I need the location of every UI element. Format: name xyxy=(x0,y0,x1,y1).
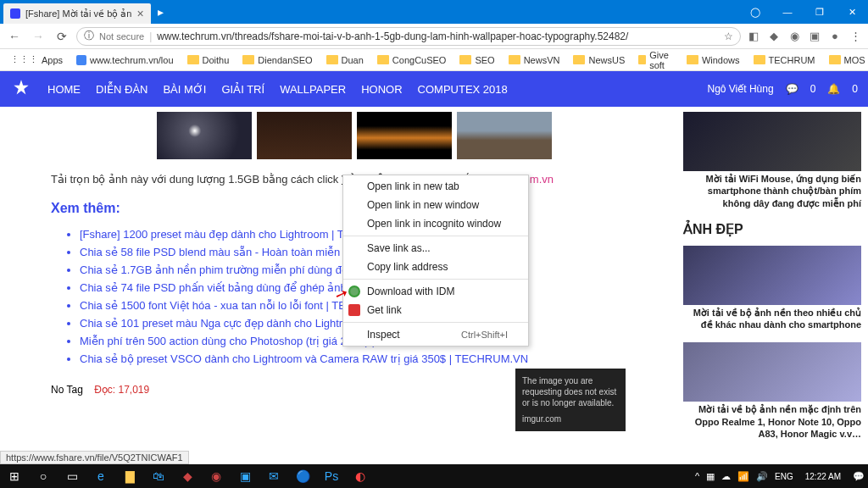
nav-honor[interactable]: HONOR xyxy=(361,83,402,96)
start-button[interactable]: ⊞ xyxy=(0,464,29,488)
ctx-open-incognito[interactable]: Open link in incognito window xyxy=(343,214,528,233)
bookmark-item[interactable]: Duan xyxy=(321,53,369,67)
sidebar-card[interactable]: Mời tải WiFi Mouse, ứng dụng biến smartp… xyxy=(683,112,861,209)
ctx-separator xyxy=(343,279,528,280)
ext-icon-1[interactable]: ◧ xyxy=(746,29,761,44)
window-maximize-button[interactable]: ❐ xyxy=(804,0,836,24)
taskbar-explorer[interactable]: ▇ xyxy=(115,464,144,488)
sidebar-thumb xyxy=(683,246,861,305)
taskbar-store[interactable]: 🛍 xyxy=(144,464,173,488)
taskbar-chrome[interactable]: 🔵 xyxy=(288,464,317,488)
ctx-separator xyxy=(343,236,528,236)
thumbnail-image[interactable] xyxy=(357,112,452,159)
ctx-open-new-tab[interactable]: Open link in new tab xyxy=(343,177,528,196)
profile-icon[interactable]: ◯ xyxy=(739,0,771,24)
ctx-shortcut: Ctrl+Shift+I xyxy=(461,330,508,340)
sidebar-thumb xyxy=(683,112,861,171)
address-bar[interactable]: ⓘ Not secure | ☆ xyxy=(76,27,741,46)
nav-wall[interactable]: WALLPAPER xyxy=(280,83,346,96)
bell-count: 0 xyxy=(852,83,858,95)
nav-computex[interactable]: COMPUTEX 2018 xyxy=(418,83,508,96)
messages-icon[interactable]: 💬 xyxy=(786,83,798,95)
sidebar-card-title: Mời tải về bộ ảnh nền mặc định trên Oppo… xyxy=(683,403,861,440)
ext-icon-4[interactable]: ▣ xyxy=(807,29,822,44)
taskview-button[interactable]: ▭ xyxy=(58,464,86,488)
ctx-copy-link[interactable]: Copy link address xyxy=(343,258,528,276)
ctx-save-link[interactable]: Save link as... xyxy=(343,239,528,258)
window-close-button[interactable]: ✕ xyxy=(836,0,868,24)
bookmark-item[interactable]: MOS xyxy=(824,53,869,67)
tray-wifi-icon[interactable]: 📶 xyxy=(737,471,749,482)
ctx-get-link[interactable]: Get link xyxy=(343,301,528,319)
ctx-download-idm[interactable]: Download with IDM xyxy=(343,282,528,301)
ext-icon-2[interactable]: ◆ xyxy=(766,29,782,44)
info-icon[interactable]: ⓘ xyxy=(84,29,94,43)
browser-tab[interactable]: [Fshare] Mời tải về bộ ản × xyxy=(3,3,151,24)
image-error-text: The image you are requesting does not ex… xyxy=(522,375,619,408)
sidebar-card[interactable]: Mời tải về bộ ảnh nền mặc định trên Oppo… xyxy=(683,342,861,440)
browser-toolbar: ← → ⟳ ⓘ Not secure | ☆ ◧ ◆ ◉ ▣ ● ⋮ xyxy=(0,24,868,49)
tray-lang[interactable]: ENG xyxy=(775,472,793,481)
url-input[interactable] xyxy=(157,30,719,42)
getlink-icon xyxy=(348,304,360,316)
menu-icon[interactable]: ⋮ xyxy=(848,29,863,44)
thumbnail-image[interactable] xyxy=(157,112,252,159)
ext-icon-5[interactable]: ● xyxy=(827,29,843,44)
ext-icon-3[interactable]: ◉ xyxy=(787,29,802,44)
window-minimize-button[interactable]: — xyxy=(771,0,804,24)
tab-title: [Fshare] Mời tải về bộ ản xyxy=(25,8,131,19)
tray-notifications-icon[interactable]: 💬 xyxy=(853,471,865,482)
reads-label: Đọc: xyxy=(94,384,118,396)
cortana-button[interactable]: ○ xyxy=(29,464,58,488)
forward-button[interactable]: → xyxy=(29,27,47,46)
tray-volume-icon[interactable]: 🔊 xyxy=(756,471,768,482)
ctx-open-new-window[interactable]: Open link in new window xyxy=(343,196,528,214)
tray-icon[interactable]: ▦ xyxy=(706,471,715,482)
nav-ent[interactable]: GIẢI TRÍ xyxy=(221,83,264,96)
tray-clock[interactable]: 12:22 AM xyxy=(800,472,846,481)
user-name[interactable]: Ngô Viết Hùng xyxy=(707,83,773,95)
folder-icon xyxy=(326,55,338,64)
folder-icon xyxy=(638,55,646,64)
taskbar-app[interactable]: ◐ xyxy=(346,464,375,488)
browser-statusbar: https://www.fshare.vn/file/V5Q2TNICWAF1 xyxy=(0,451,189,464)
site-navbar: HOME DIỄN ĐÀN BÀI MỚI GIẢI TRÍ WALLPAPER… xyxy=(0,71,868,107)
site-logo[interactable] xyxy=(10,78,32,100)
bookmark-item[interactable]: NewsVN xyxy=(504,53,565,67)
nav-home[interactable]: HOME xyxy=(47,83,81,96)
folder-icon xyxy=(509,55,520,64)
taskbar-app[interactable]: ◆ xyxy=(173,464,202,488)
thumbnail-image[interactable] xyxy=(457,112,552,159)
taskbar-app[interactable]: ◉ xyxy=(202,464,231,488)
tray-up-icon[interactable]: ^ xyxy=(695,471,699,481)
nav-new[interactable]: BÀI MỚI xyxy=(163,83,206,96)
taskbar-app[interactable]: ▣ xyxy=(231,464,259,488)
sidebar-card[interactable]: Mời tải về bộ ảnh nền theo nhiều chủ đề … xyxy=(683,246,861,331)
bookmarks-bar: ⋮⋮⋮ Apps www.techrum.vn/lou Doithu Diend… xyxy=(0,49,868,71)
bookmark-item[interactable]: SEO xyxy=(454,53,499,67)
tray-cloud-icon[interactable]: ☁ xyxy=(721,471,731,482)
bookmark-item[interactable]: NewsUS xyxy=(568,53,630,67)
taskbar-edge[interactable]: e xyxy=(86,464,115,488)
taskbar-photoshop[interactable]: Ps xyxy=(317,464,346,488)
bookmark-item[interactable]: TECHRUM xyxy=(748,53,821,67)
reload-button[interactable]: ⟳ xyxy=(53,27,71,46)
tab-close-icon[interactable]: × xyxy=(136,7,143,20)
bell-icon[interactable]: 🔔 xyxy=(827,83,840,95)
nav-forum[interactable]: DIỄN ĐÀN xyxy=(96,83,147,96)
taskbar-app[interactable]: ✉ xyxy=(259,464,288,488)
related-link[interactable]: Chia sẻ bộ preset VSCO dành cho Lightroo… xyxy=(80,352,528,365)
thumbnail-image[interactable] xyxy=(257,112,352,159)
back-button[interactable]: ← xyxy=(5,27,24,46)
bookmark-item[interactable]: Give soft xyxy=(633,48,678,72)
bookmark-item[interactable]: Windows xyxy=(682,53,745,67)
image-error-box: The image you are requesting does not ex… xyxy=(515,369,626,431)
bookmark-item[interactable]: CongCuSEO xyxy=(372,53,452,67)
bookmark-item[interactable]: DiendanSEO xyxy=(237,53,317,67)
ctx-inspect[interactable]: InspectCtrl+Shift+I xyxy=(343,325,528,344)
new-tab-button[interactable]: ▸ xyxy=(151,5,170,19)
bookmark-item[interactable]: Doithu xyxy=(182,53,235,67)
apps-button[interactable]: ⋮⋮⋮ Apps xyxy=(5,53,68,67)
star-icon[interactable]: ☆ xyxy=(724,30,733,42)
bookmark-item[interactable]: www.techrum.vn/lou xyxy=(71,53,178,67)
